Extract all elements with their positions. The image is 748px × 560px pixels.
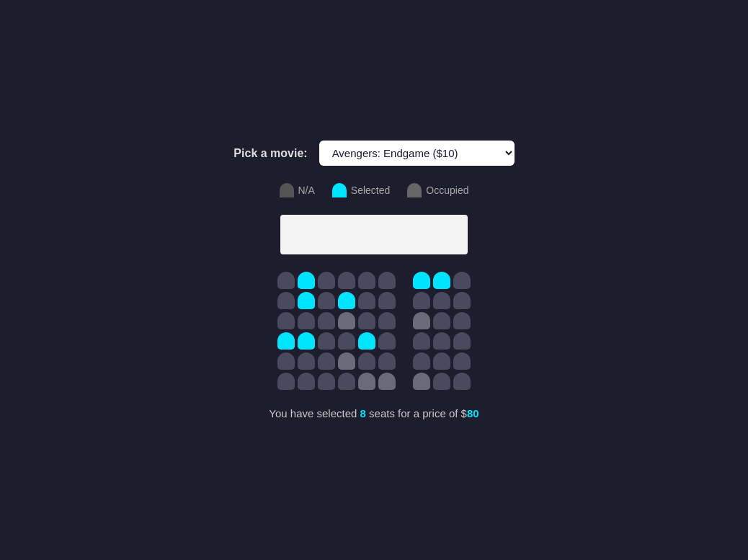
seat-na[interactable] xyxy=(298,312,315,329)
legend-na: N/A xyxy=(280,183,315,197)
seat-na[interactable] xyxy=(453,332,471,350)
seat-na[interactable] xyxy=(318,332,335,350)
seat-na[interactable] xyxy=(413,292,430,309)
summary-text-middle: seats for a price of $ xyxy=(366,407,467,419)
seat-na[interactable] xyxy=(378,312,396,329)
seat-na[interactable] xyxy=(277,352,295,370)
seat-row xyxy=(277,292,471,309)
seat-selected[interactable] xyxy=(358,332,375,350)
selected-label: Selected xyxy=(351,185,390,196)
seat-na[interactable] xyxy=(453,373,471,390)
seat-na[interactable] xyxy=(433,332,450,350)
seat-row xyxy=(277,352,471,370)
seat-occupied[interactable] xyxy=(338,352,355,370)
seat-na[interactable] xyxy=(453,272,471,289)
seat-na[interactable] xyxy=(433,352,450,370)
seat-na[interactable] xyxy=(338,373,355,390)
occupied-label: Occupied xyxy=(426,185,468,196)
seat-na[interactable] xyxy=(413,352,430,370)
seat-occupied[interactable] xyxy=(413,312,430,329)
seat-selected[interactable] xyxy=(298,292,315,309)
seat-na[interactable] xyxy=(277,373,295,390)
seat-selected[interactable] xyxy=(413,272,430,289)
summary-text-before: You have selected xyxy=(269,407,360,419)
seating-area xyxy=(277,272,471,390)
seat-na[interactable] xyxy=(358,352,375,370)
seat-na[interactable] xyxy=(453,312,471,329)
seat-na[interactable] xyxy=(358,272,375,289)
summary: You have selected 8 seats for a price of… xyxy=(269,407,478,419)
seat-na[interactable] xyxy=(338,272,355,289)
seat-na[interactable] xyxy=(338,332,355,350)
seat-na[interactable] xyxy=(318,312,335,329)
seat-na[interactable] xyxy=(378,272,396,289)
seat-na[interactable] xyxy=(358,292,375,309)
seat-na[interactable] xyxy=(453,292,471,309)
cinema-screen xyxy=(280,215,468,254)
seat-na[interactable] xyxy=(318,373,335,390)
seat-na[interactable] xyxy=(277,272,295,289)
seat-row xyxy=(277,312,471,329)
seat-na[interactable] xyxy=(318,292,335,309)
seat-occupied[interactable] xyxy=(378,373,396,390)
seat-na[interactable] xyxy=(318,352,335,370)
seat-na[interactable] xyxy=(433,373,450,390)
seat-na[interactable] xyxy=(298,352,315,370)
seat-row xyxy=(277,272,471,289)
seat-selected[interactable] xyxy=(298,272,315,289)
movie-select[interactable]: Avengers: Endgame ($10)Spider-Man: No Wa… xyxy=(319,141,515,166)
na-label: N/A xyxy=(298,185,315,196)
na-icon xyxy=(280,183,294,197)
seat-row xyxy=(277,373,471,390)
legend: N/A Selected Occupied xyxy=(280,183,469,197)
summary-count: 8 xyxy=(360,407,366,419)
seat-selected[interactable] xyxy=(338,292,355,309)
seat-na[interactable] xyxy=(378,292,396,309)
movie-label: Pick a movie: xyxy=(233,147,307,160)
seat-na[interactable] xyxy=(413,332,430,350)
seat-na[interactable] xyxy=(453,352,471,370)
seat-na[interactable] xyxy=(277,292,295,309)
seat-occupied[interactable] xyxy=(358,373,375,390)
seat-selected[interactable] xyxy=(277,332,295,350)
legend-selected: Selected xyxy=(332,183,390,197)
seat-na[interactable] xyxy=(378,352,396,370)
seat-na[interactable] xyxy=(433,312,450,329)
seat-occupied[interactable] xyxy=(413,373,430,390)
seat-na[interactable] xyxy=(378,332,396,350)
seat-na[interactable] xyxy=(277,312,295,329)
seat-na[interactable] xyxy=(298,373,315,390)
movie-picker-row: Pick a movie: Avengers: Endgame ($10)Spi… xyxy=(233,141,514,166)
seat-occupied[interactable] xyxy=(338,312,355,329)
seat-selected[interactable] xyxy=(298,332,315,350)
legend-occupied: Occupied xyxy=(407,183,468,197)
seat-na[interactable] xyxy=(318,272,335,289)
main-container: Pick a movie: Avengers: Endgame ($10)Spi… xyxy=(233,141,514,419)
selected-icon xyxy=(332,183,347,197)
summary-price: 80 xyxy=(467,407,479,419)
seat-na[interactable] xyxy=(433,292,450,309)
seat-row xyxy=(277,332,471,350)
occupied-icon xyxy=(407,183,422,197)
seat-na[interactable] xyxy=(358,312,375,329)
seat-selected[interactable] xyxy=(433,272,450,289)
